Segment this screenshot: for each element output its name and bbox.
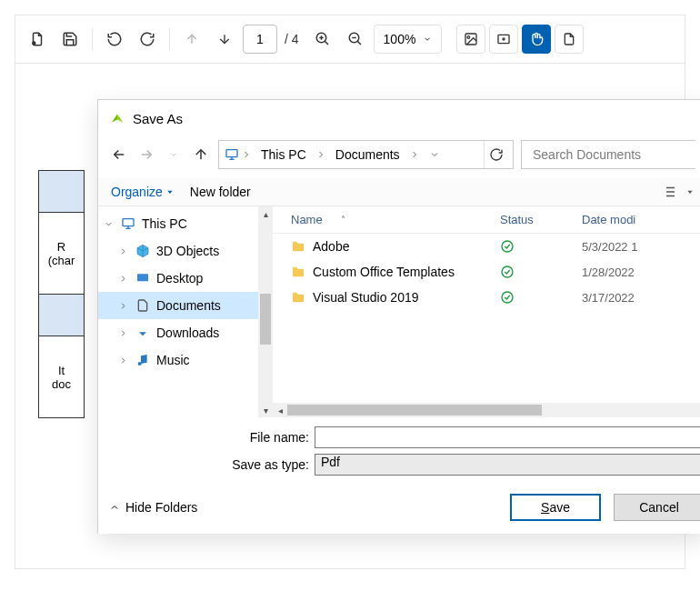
chevron-right-icon — [116, 301, 129, 311]
zoom-select[interactable]: 100% — [374, 25, 443, 54]
new-folder-button[interactable]: New folder — [190, 185, 251, 199]
pc-icon — [225, 147, 239, 162]
file-name-label: File name: — [98, 430, 315, 445]
folder-icon — [291, 239, 305, 254]
status-ok-icon — [500, 265, 582, 279]
zoom-out-button[interactable] — [341, 25, 370, 54]
hide-folders-toggle[interactable]: Hide Folders — [109, 500, 197, 515]
page-up-button[interactable] — [177, 25, 206, 54]
tree-music[interactable]: Music — [98, 346, 258, 374]
tree-desktop[interactable]: Desktop — [98, 265, 258, 292]
chevron-up-icon — [109, 502, 120, 513]
tree-label: Downloads — [156, 326, 219, 340]
chevron-right-icon[interactable] — [239, 149, 254, 160]
svg-rect-19 — [123, 219, 134, 226]
column-status[interactable]: Status — [500, 213, 582, 226]
organize-menu[interactable]: Organize — [111, 185, 174, 199]
nav-recent-dropdown[interactable] — [164, 145, 184, 165]
cancel-button[interactable]: Cancel — [614, 494, 700, 521]
save-rest: ave — [549, 500, 570, 515]
file-date: 3/17/2022 — [582, 291, 700, 305]
blank-page-button[interactable] — [555, 25, 584, 54]
svg-line-2 — [325, 41, 328, 45]
dialog-titlebar: Save As — [98, 100, 700, 136]
column-date[interactable]: Date modi — [582, 213, 700, 226]
chevron-right-icon[interactable] — [314, 149, 328, 160]
zoom-in-button[interactable] — [308, 25, 337, 54]
scroll-up-icon[interactable]: ▴ — [258, 206, 273, 221]
dialog-title: Save As — [133, 111, 183, 126]
tree-3d-objects[interactable]: 3D Objects — [98, 237, 258, 265]
tree-this-pc[interactable]: This PC — [98, 210, 258, 237]
file-name-input[interactable] — [315, 426, 700, 448]
folder-icon — [291, 265, 305, 279]
chevron-right-icon[interactable] — [407, 149, 422, 160]
page-input[interactable] — [243, 25, 277, 54]
save-file-button[interactable] — [55, 25, 85, 54]
dialog-body: This PC 3D Objects Desktop Documents — [98, 205, 700, 417]
scroll-left-icon[interactable]: ◂ — [273, 403, 287, 417]
save-type-select[interactable]: Pdf — [315, 454, 700, 476]
chevron-down-icon — [423, 35, 432, 44]
image-tool-button[interactable] — [456, 25, 485, 54]
svg-point-22 — [502, 241, 513, 252]
fit-page-button[interactable] — [489, 25, 518, 54]
list-item[interactable]: Visual Studio 2019 3/17/2022 — [273, 285, 700, 310]
svg-rect-12 — [226, 150, 237, 157]
list-item[interactable]: Adobe 5/3/2022 1 — [273, 234, 700, 259]
address-bar[interactable]: This PC Documents — [218, 140, 514, 169]
svg-point-24 — [502, 292, 513, 303]
save-type-label: Save as type: — [98, 457, 315, 472]
chevron-right-icon — [116, 356, 129, 366]
chevron-right-icon — [116, 246, 129, 256]
file-date: 5/3/2022 1 — [582, 240, 700, 254]
open-file-button[interactable] — [23, 25, 52, 54]
view-mode-button[interactable] — [661, 184, 677, 200]
rotate-cw-button[interactable] — [133, 25, 162, 54]
list-item[interactable]: Custom Office Templates 1/28/2022 — [273, 259, 700, 285]
chevron-down-icon[interactable] — [427, 149, 442, 160]
save-as-dialog: Save As This PC — [97, 99, 700, 534]
save-button[interactable]: Save — [510, 494, 601, 521]
file-hscrollbar[interactable]: ◂ — [273, 403, 700, 417]
page-down-button[interactable] — [210, 25, 239, 54]
scroll-down-icon[interactable]: ▾ — [258, 403, 273, 417]
sheet-it-label: It — [40, 364, 83, 377]
sheet-doc-label: doc — [40, 377, 83, 391]
rotate-ccw-button[interactable] — [100, 25, 129, 54]
tree-label: Desktop — [156, 271, 203, 285]
refresh-button[interactable] — [484, 141, 507, 168]
pc-icon — [120, 216, 136, 231]
search-box[interactable] — [521, 140, 695, 169]
search-input[interactable] — [531, 146, 686, 163]
page-total: / 4 — [285, 32, 299, 46]
scroll-thumb[interactable] — [260, 294, 271, 345]
file-list: Adobe 5/3/2022 1 Custom Office Templates — [273, 234, 700, 403]
svg-rect-20 — [137, 274, 148, 281]
folder-icon — [291, 290, 305, 305]
cube-icon — [135, 244, 151, 258]
scroll-thumb[interactable] — [287, 405, 542, 416]
save-type-value: Pdf — [321, 455, 340, 469]
hide-folders-label: Hide Folders — [125, 500, 197, 515]
hand-tool-button[interactable] — [522, 25, 551, 54]
crumb-documents[interactable]: Documents — [328, 141, 407, 168]
tree-scrollbar[interactable]: ▴ ▾ — [258, 206, 273, 417]
nav-forward-button[interactable] — [136, 145, 156, 165]
crumb-this-pc[interactable]: This PC — [254, 141, 314, 168]
nav-up-button[interactable] — [191, 145, 211, 165]
pdf-toolbar: / 4 100% — [15, 15, 685, 64]
column-name[interactable]: Name ˄ — [273, 213, 500, 226]
tree-downloads[interactable]: Downloads — [98, 319, 258, 346]
folder-tree: This PC 3D Objects Desktop Documents — [98, 206, 258, 417]
chevron-down-icon — [102, 219, 115, 229]
dialog-nav: This PC Documents — [98, 136, 700, 178]
view-dropdown[interactable] — [686, 188, 694, 195]
toolbar-separator — [92, 28, 93, 50]
tree-documents[interactable]: Documents — [98, 292, 258, 319]
music-icon — [135, 353, 151, 367]
toolbar-separator — [169, 28, 170, 50]
status-ok-icon — [500, 239, 582, 254]
file-area: Name ˄ Status Date modi Adobe — [273, 206, 700, 417]
nav-back-button[interactable] — [109, 145, 129, 165]
